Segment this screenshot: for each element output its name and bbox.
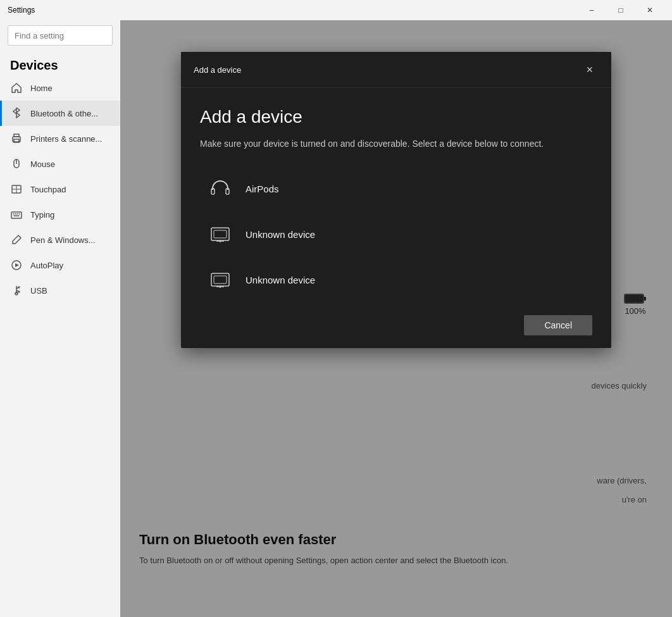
mouse-icon bbox=[10, 158, 23, 170]
sidebar-item-typing-label: Typing bbox=[30, 210, 54, 220]
device-list: AirPods bbox=[200, 166, 592, 302]
modal-heading: Add a device bbox=[200, 107, 592, 127]
sidebar-item-usb-label: USB bbox=[30, 286, 47, 296]
modal-title-bar: Add a device ✕ bbox=[181, 52, 611, 88]
svg-rect-2 bbox=[14, 139, 19, 142]
svg-marker-15 bbox=[15, 263, 19, 267]
settings-layout: Devices Home Bluetooth & othe... bbox=[0, 20, 672, 617]
sidebar-item-bluetooth[interactable]: Bluetooth & othe... bbox=[0, 101, 120, 126]
device-name-unknown1: Unknown device bbox=[246, 229, 315, 240]
touchpad-icon bbox=[10, 183, 23, 196]
sidebar-item-usb[interactable]: USB bbox=[0, 278, 120, 303]
title-bar-left: Settings bbox=[8, 6, 35, 15]
sidebar-heading: Devices bbox=[0, 53, 120, 75]
sidebar-item-autoplay-label: AutoPlay bbox=[30, 261, 63, 270]
sidebar-item-pen-label: Pen & Windows... bbox=[30, 235, 96, 245]
svg-rect-8 bbox=[11, 212, 22, 218]
window-controls: – □ ✕ bbox=[577, 0, 664, 20]
sidebar-item-home[interactable]: Home bbox=[0, 75, 120, 101]
search-input[interactable] bbox=[15, 31, 106, 41]
search-box[interactable] bbox=[8, 25, 113, 46]
printer-icon bbox=[10, 132, 23, 145]
keyboard-icon bbox=[10, 208, 23, 221]
svg-rect-32 bbox=[214, 276, 227, 284]
sidebar-item-mouse[interactable]: Mouse bbox=[0, 151, 120, 177]
main-content: 100% devices quickly ware (drivers, u're… bbox=[120, 20, 672, 617]
pen-icon bbox=[10, 234, 23, 246]
maximize-button[interactable]: □ bbox=[606, 0, 635, 20]
modal-title-text: Add a device bbox=[194, 65, 241, 75]
minimize-button[interactable]: – bbox=[577, 0, 606, 20]
device-name-unknown2: Unknown device bbox=[246, 275, 315, 285]
unknown-device-icon-2 bbox=[208, 267, 233, 292]
sidebar-item-pen[interactable]: Pen & Windows... bbox=[0, 227, 120, 252]
headphones-icon bbox=[208, 176, 233, 201]
device-item-unknown1[interactable]: Unknown device bbox=[200, 211, 592, 257]
unknown-device-icon-1 bbox=[208, 221, 233, 247]
svg-rect-28 bbox=[214, 230, 227, 238]
modal-overlay: Add a device ✕ Add a device Make sure yo… bbox=[120, 20, 672, 617]
sidebar: Devices Home Bluetooth & othe... bbox=[0, 20, 120, 617]
sidebar-item-printers-label: Printers & scanne... bbox=[30, 134, 102, 144]
usb-icon bbox=[10, 284, 23, 297]
svg-rect-1 bbox=[14, 134, 19, 137]
sidebar-item-typing[interactable]: Typing bbox=[0, 202, 120, 227]
sidebar-item-mouse-label: Mouse bbox=[30, 159, 55, 169]
sidebar-item-touchpad-label: Touchpad bbox=[30, 185, 66, 194]
bluetooth-icon bbox=[10, 107, 23, 120]
sidebar-item-autoplay[interactable]: AutoPlay bbox=[0, 252, 120, 278]
modal-close-button[interactable]: ✕ bbox=[581, 61, 599, 78]
modal-body: Add a device Make sure your device is tu… bbox=[181, 88, 611, 302]
title-bar: Settings – □ ✕ bbox=[0, 0, 672, 20]
device-item-airpods[interactable]: AirPods bbox=[200, 166, 592, 211]
home-icon bbox=[10, 82, 23, 94]
device-name-airpods: AirPods bbox=[246, 184, 279, 194]
device-item-unknown2[interactable]: Unknown device bbox=[200, 257, 592, 302]
modal-description: Make sure your device is turned on and d… bbox=[200, 137, 592, 151]
autoplay-icon bbox=[10, 259, 23, 271]
sidebar-item-printers[interactable]: Printers & scanne... bbox=[0, 126, 120, 151]
sidebar-item-touchpad[interactable]: Touchpad bbox=[0, 177, 120, 202]
app-title: Settings bbox=[8, 6, 35, 15]
sidebar-item-bluetooth-label: Bluetooth & othe... bbox=[30, 109, 98, 118]
cancel-button[interactable]: Cancel bbox=[524, 315, 592, 335]
sidebar-item-home-label: Home bbox=[30, 84, 53, 93]
add-device-modal: Add a device ✕ Add a device Make sure yo… bbox=[181, 52, 611, 348]
modal-footer: Cancel bbox=[181, 302, 611, 348]
close-button[interactable]: ✕ bbox=[635, 0, 664, 20]
